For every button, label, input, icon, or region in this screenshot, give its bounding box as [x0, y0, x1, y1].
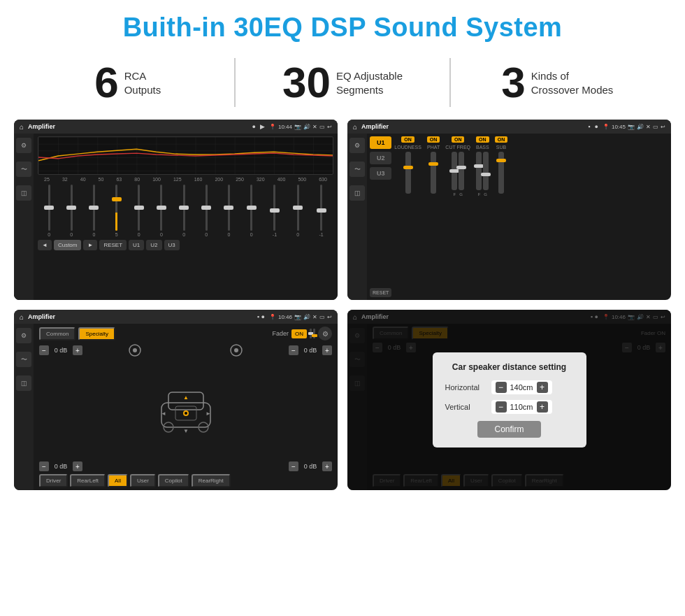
- phat-label: PHAT: [427, 145, 440, 150]
- screens-grid: ⌂ Amplifier ● ▶ 📍 10:44 📷 🔊 ✕ ▭ ↩ ⚙ 〜 ◫: [0, 120, 685, 490]
- eq-slider-12[interactable]: 0: [296, 185, 299, 237]
- eq-dot: ●: [252, 123, 256, 130]
- eq-slider-4[interactable]: 5: [115, 185, 118, 237]
- eq-footer: ◄ Custom ► RESET U1 U2 U3: [38, 240, 333, 250]
- cross-app-name: Amplifier: [361, 123, 584, 130]
- bottom-db-row: − 0 dB + − 0 dB +: [39, 461, 332, 471]
- driver-btn[interactable]: Driver: [39, 474, 68, 487]
- eq-u2-btn[interactable]: U2: [146, 240, 161, 250]
- cross-back: ↩: [661, 124, 665, 130]
- cross-body: ON LOUDNESS ON PHAT: [394, 136, 668, 297]
- all-btn[interactable]: All: [108, 474, 128, 487]
- crossover-screen-body: ⚙ 〜 ◫ U1 U2 U3 RESET ON: [347, 134, 671, 300]
- settings-icon[interactable]: ⚙: [318, 327, 332, 341]
- confirm-button[interactable]: Confirm: [477, 421, 540, 438]
- bass-slider-f[interactable]: [476, 152, 482, 190]
- cross-presets: U1 U2 U3 RESET: [370, 136, 391, 297]
- cutfreq-label: CUT FREQ: [445, 145, 470, 150]
- vertical-plus[interactable]: +: [537, 401, 548, 413]
- cutfreq-slider-f[interactable]: [452, 152, 457, 190]
- eq-slider-2[interactable]: 0: [70, 185, 73, 237]
- db-minus-bl[interactable]: −: [39, 461, 49, 471]
- db-plus-br[interactable]: +: [322, 461, 332, 471]
- loudness-slider[interactable]: [405, 152, 411, 194]
- back-icon: ↩: [327, 124, 332, 130]
- specialty-tab[interactable]: Specialty: [78, 327, 115, 341]
- cross-preset-u1[interactable]: U1: [370, 136, 391, 149]
- freq-400: 400: [277, 177, 286, 182]
- eq-slider-1[interactable]: 0: [48, 185, 50, 237]
- db-minus-br[interactable]: −: [289, 461, 298, 471]
- cross-status-bar: ⌂ Amplifier ▪ ● 📍 10:45 📷 🔊 ✕ ▭ ↩: [347, 120, 671, 134]
- fader-location: 📍: [269, 314, 276, 320]
- horizontal-value: 140cm: [510, 383, 534, 392]
- db-minus-tl[interactable]: −: [39, 345, 49, 355]
- rearleft-btn[interactable]: RearLeft: [70, 474, 106, 487]
- horizontal-minus[interactable]: −: [496, 382, 507, 393]
- horizontal-plus[interactable]: +: [537, 382, 548, 393]
- eq-slider-9[interactable]: 0: [228, 185, 231, 237]
- eq-sidebar-btn-2[interactable]: 〜: [16, 162, 31, 177]
- common-tab[interactable]: Common: [39, 327, 75, 341]
- user-btn[interactable]: User: [130, 474, 156, 487]
- db-plus-tr[interactable]: +: [322, 345, 332, 355]
- eq-slider-11[interactable]: -1: [273, 185, 277, 237]
- freq-50: 50: [99, 177, 104, 182]
- cross-preset-u3[interactable]: U3: [370, 167, 391, 180]
- cross-reset[interactable]: RESET: [370, 288, 391, 297]
- freq-100: 100: [152, 177, 161, 182]
- svg-text:◄: ◄: [161, 410, 166, 417]
- copilot-btn[interactable]: Copilot: [158, 474, 189, 487]
- gear-icon: ⚙: [322, 330, 329, 338]
- eq-slider-8[interactable]: 0: [205, 185, 208, 237]
- eq-slider-10[interactable]: 0: [250, 185, 253, 237]
- cross-dot1: ▪: [588, 123, 590, 130]
- eq-slider-13[interactable]: -1: [319, 185, 324, 237]
- freq-160: 160: [194, 177, 203, 182]
- eq-sidebar-btn-3[interactable]: ◫: [16, 185, 31, 201]
- bass-slider-g[interactable]: [483, 152, 489, 190]
- eq-u1-btn[interactable]: U1: [129, 240, 144, 250]
- freq-630: 630: [319, 177, 327, 182]
- fader-sidebar-btn-1[interactable]: ⚙: [16, 328, 31, 343]
- cross-sidebar-btn-1[interactable]: ⚙: [349, 138, 365, 153]
- svg-text:►: ►: [206, 410, 211, 417]
- eq-custom-btn[interactable]: Custom: [54, 240, 82, 250]
- stat-rca: 6 RCAOutputs: [42, 61, 213, 104]
- cross-dot2: ●: [595, 123, 598, 130]
- dialog-overlay: Car speaker distance setting Horizontal …: [347, 310, 671, 490]
- sub-slider[interactable]: [498, 152, 504, 194]
- vertical-minus[interactable]: −: [496, 401, 507, 413]
- eq-reset-btn[interactable]: RESET: [99, 240, 127, 250]
- eq-slider-7[interactable]: 0: [182, 185, 185, 237]
- eq-prev-btn[interactable]: ◄: [38, 240, 52, 250]
- eq-u3-btn[interactable]: U3: [164, 240, 180, 250]
- fader-sidebar-btn-2[interactable]: 〜: [16, 352, 31, 367]
- eq-next-btn[interactable]: ►: [83, 240, 97, 250]
- cutfreq-slider-g[interactable]: [459, 152, 464, 190]
- eq-slider-6[interactable]: 0: [160, 185, 163, 237]
- eq-time: 10:44: [278, 124, 292, 130]
- freq-63: 63: [116, 177, 122, 182]
- db-plus-bl[interactable]: +: [73, 461, 82, 471]
- stat-crossover: 3 Kinds ofCrossover Modes: [472, 61, 643, 104]
- fader-sidebar-btn-3[interactable]: ◫: [16, 375, 31, 391]
- eq-slider-3[interactable]: 0: [92, 185, 95, 237]
- db-plus-tl[interactable]: +: [73, 345, 82, 355]
- cross-sidebar: ⚙ 〜 ◫: [347, 134, 367, 300]
- eq-sidebar-btn-1[interactable]: ⚙: [16, 138, 31, 153]
- sub-label: SUB: [496, 145, 506, 150]
- db-val-tl: 0 dB: [51, 347, 71, 354]
- freq-25: 25: [44, 177, 50, 182]
- eq-slider-5[interactable]: 0: [138, 185, 140, 237]
- cross-sidebar-btn-2[interactable]: 〜: [349, 162, 365, 177]
- top-db-row: − 0 dB + − 0 dB +: [39, 343, 332, 357]
- stat-label-eq: EQ AdjustableSegments: [336, 61, 403, 98]
- phat-slider[interactable]: [431, 152, 436, 194]
- cross-preset-u2[interactable]: U2: [370, 152, 391, 164]
- db-minus-tr[interactable]: −: [289, 345, 298, 355]
- cross-sidebar-btn-3[interactable]: ◫: [349, 185, 365, 201]
- speaker-tl: [87, 343, 184, 357]
- rearright-btn[interactable]: RearRight: [192, 474, 231, 487]
- bass-label: BASS: [476, 145, 489, 150]
